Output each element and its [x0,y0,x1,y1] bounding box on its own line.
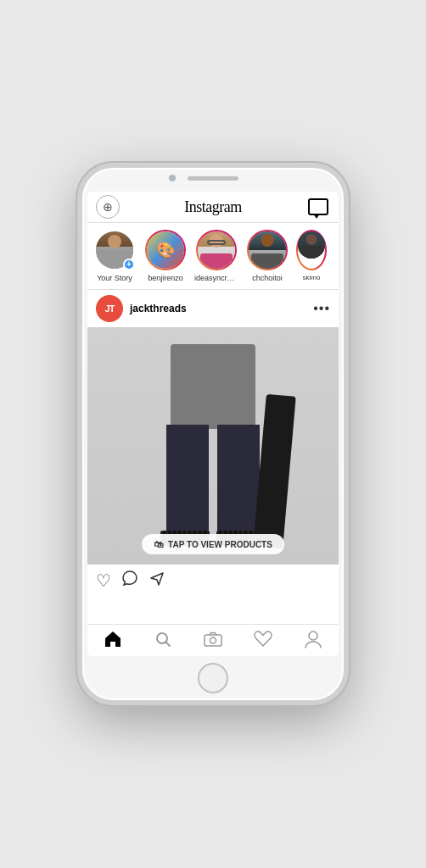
share-button[interactable] [149,570,165,591]
pant-left [166,425,209,535]
app-header: ⊕ Instagram [87,192,339,223]
camera-icon [204,632,222,650]
inbox-button[interactable] [306,195,330,219]
profile-icon [305,630,322,652]
benjirenzo-label: benjirenzo [148,274,183,282]
post-jackthreads: JT jackthreads ••• [87,290,339,596]
chchoitoi-label: chchoitoi [252,274,283,282]
story-item-ideasyncrasy[interactable]: ideasyncrasy [194,230,238,282]
story-item-chchoitoi[interactable]: chchoitoi [245,230,289,282]
like-button[interactable]: ♡ [96,570,111,591]
skimo-avatar [298,231,325,259]
person-figure [154,344,272,565]
shopping-bag-icon: 🛍 [154,539,163,549]
post-image[interactable]: 🛍 TAP TO VIEW PRODUCTS [87,327,339,565]
your-story-label: Your Story [97,274,132,282]
jacket [253,394,296,548]
phone-frame: AT&T 1:20 PM ⊕ Instagram [77,163,349,705]
post-username[interactable]: jackthreads [130,303,187,314]
story-item-skimo[interactable]: skimo [296,230,327,282]
post-avatar: JT [96,295,123,322]
ideasyncrasy-avatar-wrap [196,230,237,270]
app-logo: Instagram [184,198,241,216]
home-button[interactable] [198,663,228,693]
nav-home[interactable] [87,625,137,656]
your-story-add-button[interactable]: + [123,259,135,270]
post-initials: JT [105,303,115,314]
volume-down-button[interactable] [77,282,79,303]
pant-right [217,425,260,535]
shirt [171,344,255,429]
chchoitoi-avatar-wrap [247,230,288,270]
home-icon [104,630,122,652]
phone-screen: AT&T 1:20 PM ⊕ Instagram [87,192,339,656]
power-button[interactable] [347,265,349,299]
volume-up-button[interactable] [77,253,79,273]
benjirenzo-avatar: 🎨 [147,231,184,269]
nav-search[interactable] [137,625,188,656]
inbox-icon [308,198,328,215]
benjirenzo-avatar-wrap: 🎨 [145,230,186,270]
ideasyncrasy-label: ideasyncrasy [194,274,238,282]
front-camera [169,175,176,181]
svg-point-3 [210,637,216,643]
ideasyncrasy-avatar [198,231,235,269]
plus-circle-icon: ⊕ [103,201,113,213]
heart-icon [254,631,272,651]
tap-to-view-products-button[interactable]: 🛍 TAP TO VIEW PRODUCTS [142,534,284,554]
search-icon [154,631,171,651]
stories-row: + Your Story 🎨 benjirenzo [87,223,339,290]
skimo-label: skimo [303,274,321,281]
chchoitoi-avatar [249,231,286,269]
svg-line-1 [165,642,170,646]
tap-label: TAP TO VIEW PRODUCTS [168,540,272,549]
scroll-content[interactable]: ⊕ Instagram [87,192,339,624]
story-item-benjirenzo[interactable]: 🎨 benjirenzo [143,230,188,282]
nav-activity[interactable] [238,625,289,656]
post-actions: ♡ [87,565,339,596]
skimo-avatar-wrap [296,230,327,270]
nav-profile[interactable] [289,625,339,656]
post-header: JT jackthreads ••• [87,290,339,327]
svg-point-4 [309,632,317,640]
speaker [188,176,238,181]
story-item-your-story[interactable]: + Your Story [92,230,137,282]
svg-rect-2 [205,635,221,646]
comment-button[interactable] [121,570,138,591]
your-story-avatar-wrap: + [94,230,135,270]
post-user-info: JT jackthreads [96,295,187,322]
new-post-button[interactable]: ⊕ [96,195,120,219]
post-more-button[interactable]: ••• [313,301,330,316]
bottom-nav [87,624,339,656]
nav-camera[interactable] [188,625,238,656]
